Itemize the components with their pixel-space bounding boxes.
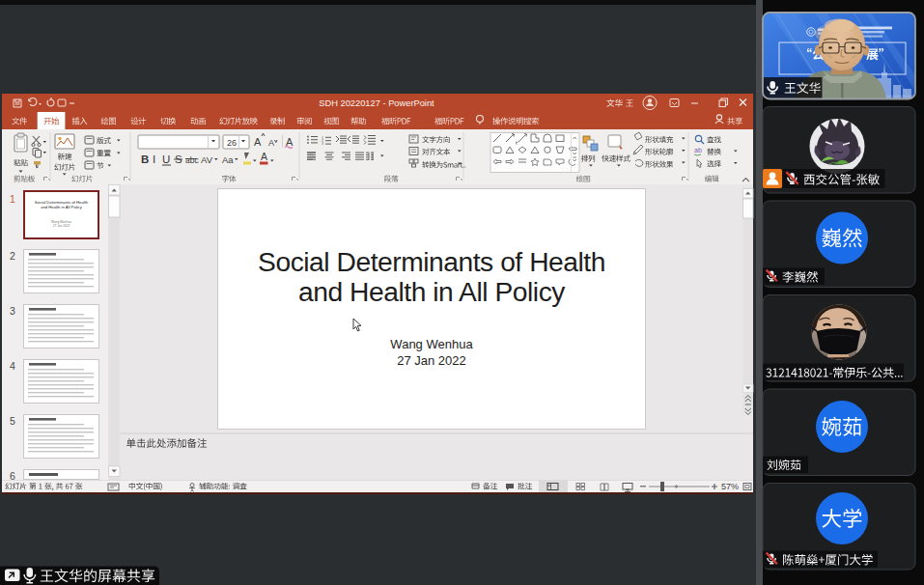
svg-text:U: U <box>162 153 170 165</box>
svg-text:3: 3 <box>10 305 15 317</box>
svg-text:AV: AV <box>201 154 213 165</box>
svg-text:A: A <box>254 136 262 148</box>
svg-text:SDH 20220127 - PowerPoint: SDH 20220127 - PowerPoint <box>319 98 434 108</box>
svg-text:A: A <box>268 138 274 148</box>
svg-text:A: A <box>261 151 267 162</box>
svg-text:6: 6 <box>10 470 15 482</box>
svg-text:abc: abc <box>185 155 199 165</box>
svg-text:I: I <box>153 153 155 165</box>
svg-text:B: B <box>141 153 149 165</box>
svg-text:3: 3 <box>322 142 323 146</box>
svg-text:4: 4 <box>10 360 15 372</box>
svg-text:Aa: Aa <box>222 154 234 165</box>
svg-text:ab: ab <box>694 147 702 153</box>
svg-text:5: 5 <box>10 415 15 427</box>
svg-text:57%: 57% <box>721 482 739 491</box>
svg-text:2: 2 <box>10 250 15 262</box>
svg-text:1: 1 <box>10 193 15 205</box>
svg-text:26: 26 <box>227 138 237 148</box>
